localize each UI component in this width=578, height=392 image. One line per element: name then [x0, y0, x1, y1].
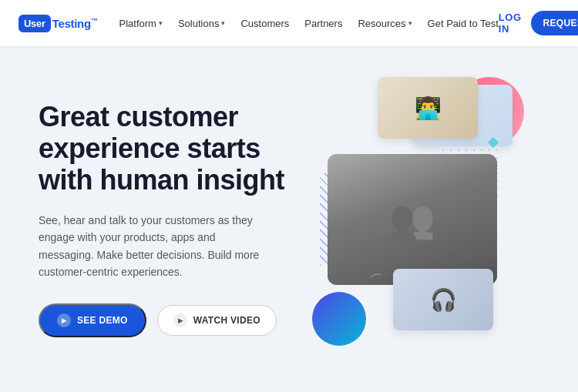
hero-image-bottom-right: [393, 269, 493, 330]
chevron-down-icon: ▾: [159, 19, 163, 27]
blue-circle-decoration: [312, 292, 366, 346]
play-icon: ▶: [173, 313, 187, 327]
request-trial-button[interactable]: REQUEST TRIAL: [531, 11, 578, 35]
logo[interactable]: User Testing™: [18, 15, 98, 32]
hero-image-top-right: [378, 77, 478, 139]
nav-customers[interactable]: Customers: [240, 18, 289, 29]
see-demo-button[interactable]: ▶ SEE DEMO: [39, 303, 146, 337]
hero-content: Great customer experience starts with hu…: [39, 101, 289, 338]
hero-image-main: [328, 154, 497, 285]
play-icon: ▶: [57, 313, 71, 327]
nav-get-paid[interactable]: Get Paid to Test: [428, 18, 499, 29]
hero-section: Great customer experience starts with hu…: [0, 46, 578, 392]
logo-text: Testing™: [52, 17, 98, 30]
chevron-down-icon: ▾: [221, 19, 225, 27]
login-button[interactable]: LOG IN: [499, 12, 522, 35]
nav-resources[interactable]: Resources ▾: [358, 18, 412, 29]
hero-visual: ⌒: [289, 46, 539, 392]
nav-platform[interactable]: Platform ▾: [119, 18, 163, 29]
nav-partners[interactable]: Partners: [304, 18, 342, 29]
watch-video-button[interactable]: ▶ WATCH VIDEO: [157, 305, 277, 336]
hero-title: Great customer experience starts with hu…: [39, 101, 289, 196]
navbar: User Testing™ Platform ▾ Solutions ▾ Cus…: [0, 0, 578, 46]
hero-buttons: ▶ SEE DEMO ▶ WATCH VIDEO: [39, 303, 289, 337]
hero-description: See, hear and talk to your customers as …: [39, 212, 262, 281]
chevron-down-icon: ▾: [408, 19, 412, 27]
nav-actions: LOG IN REQUEST TRIAL: [499, 11, 578, 35]
nav-links: Platform ▾ Solutions ▾ Customers Partner…: [119, 18, 499, 29]
nav-solutions[interactable]: Solutions ▾: [178, 18, 225, 29]
logo-box: User: [18, 15, 51, 32]
